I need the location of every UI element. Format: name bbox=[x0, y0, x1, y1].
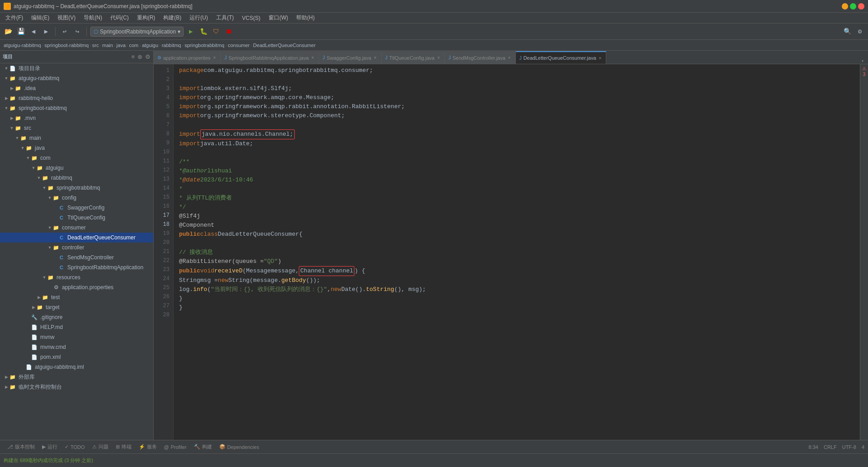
tab-close-button[interactable]: × bbox=[598, 56, 603, 61]
tree-item-resources[interactable]: ▼📁resources bbox=[0, 272, 153, 282]
editor-tab-ttlqueueconfigjava[interactable]: JTtlQueueConfig.java× bbox=[382, 51, 445, 64]
menu-item-f[interactable]: 文件(F) bbox=[2, 13, 27, 23]
status-tab-[interactable]: ⚠问题 bbox=[89, 440, 112, 453]
tree-item-[interactable]: ▶📁外部库 bbox=[0, 372, 153, 382]
tree-item-pomxml[interactable]: 📄pom.xml bbox=[0, 352, 153, 362]
tree-item-java[interactable]: ▼📁java bbox=[0, 143, 153, 153]
breadcrumb-item-springbotrabbitmq[interactable]: springbotrabbitmq bbox=[184, 43, 224, 48]
tree-item-consumer[interactable]: ▼📁consumer bbox=[0, 223, 153, 233]
tree-item-[interactable]: ▶📁临时文件和控制台 bbox=[0, 382, 153, 392]
breadcrumb-item-deadletterqueueconsumer[interactable]: DeadLetterQueueConsumer bbox=[253, 43, 316, 48]
breadcrumb-item-src[interactable]: src bbox=[92, 43, 99, 48]
tab-close-button[interactable]: × bbox=[373, 55, 377, 60]
debug-button[interactable]: 🐛 bbox=[198, 26, 209, 37]
tree-item-rabbitmq[interactable]: ▼📁rabbitmq bbox=[0, 173, 153, 183]
editor-tab-deadletterqueueconsumerjava[interactable]: JDeadLetterQueueConsumer.java× bbox=[516, 51, 607, 64]
menu-item-r[interactable]: 重构(R) bbox=[133, 13, 159, 23]
breadcrumb-item-consumer[interactable]: consumer bbox=[228, 43, 250, 48]
toolbar-forward-button[interactable]: ▶ bbox=[41, 26, 52, 37]
breadcrumb-item-atguigu[interactable]: atguigu bbox=[142, 43, 158, 48]
tree-item-atguigurabbitmq[interactable]: ▼📁atguigu-rabbitmq bbox=[0, 73, 153, 83]
tab-close-button[interactable]: × bbox=[311, 55, 315, 60]
tree-item-sendmsgcontroller[interactable]: CSendMsgController bbox=[0, 253, 153, 262]
status-tab-[interactable]: ⊞终端 bbox=[112, 440, 135, 453]
status-tab-[interactable]: ⚡服务 bbox=[135, 440, 160, 453]
run-with-coverage-button[interactable]: 🛡 bbox=[211, 26, 222, 37]
menu-item-b[interactable]: 构建(B) bbox=[160, 13, 185, 23]
tree-item-gitignore[interactable]: 🔧.gitignore bbox=[0, 312, 153, 322]
stop-button[interactable]: ⏹ bbox=[223, 26, 234, 37]
close-button[interactable] bbox=[858, 3, 864, 10]
breadcrumb-item-java[interactable]: java bbox=[117, 43, 126, 48]
breadcrumb-item-atguigurabbitmq[interactable]: atguigu-rabbitmq bbox=[4, 43, 41, 48]
sidebar-sort-button[interactable]: ≡ bbox=[131, 53, 135, 60]
status-tab-[interactable]: ▶运行 bbox=[38, 440, 61, 453]
tree-item-mvnw[interactable]: 📄mvnw bbox=[0, 332, 153, 342]
breadcrumb-item-rabbitmq[interactable]: rabbitmq bbox=[162, 43, 181, 48]
menu-item-vcss[interactable]: VCS(S) bbox=[238, 14, 264, 22]
tree-item-src[interactable]: ▼📁src bbox=[0, 123, 153, 133]
tree-item-test[interactable]: ▶📁test bbox=[0, 292, 153, 302]
tab-close-button[interactable]: × bbox=[436, 55, 441, 60]
editor-tab-sendmsgcontrollerjava[interactable]: JSendMsgController.java× bbox=[445, 51, 516, 64]
sidebar-gear-button[interactable]: ⚙ bbox=[145, 53, 151, 60]
tree-item-rabbitmqhello[interactable]: ▶📁rabbitmq-hello bbox=[0, 93, 153, 103]
menu-item-v[interactable]: 视图(V) bbox=[54, 13, 79, 23]
tree-item-springbootrabbitmqapplication[interactable]: CSpringbootRabbitmqApplication bbox=[0, 262, 153, 272]
line-separator[interactable]: CRLF bbox=[824, 444, 837, 450]
toolbar-redo-button[interactable]: ↪ bbox=[72, 26, 83, 37]
tree-item-idea[interactable]: ▶📁.idea bbox=[0, 83, 153, 93]
tree-item-deadletterqueueconsumer[interactable]: CDeadLetterQueueConsumer bbox=[0, 233, 153, 243]
tree-item-mvn[interactable]: ▶📁.mvn bbox=[0, 113, 153, 123]
tab-close-button[interactable]: × bbox=[507, 55, 512, 60]
tree-item-swaggerconfig[interactable]: CSwaggerConfig bbox=[0, 203, 153, 213]
tab-close-button[interactable]: × bbox=[212, 55, 217, 60]
settings-button[interactable]: ⚙ bbox=[854, 26, 865, 37]
sidebar-expand-button[interactable]: ⊕ bbox=[137, 53, 142, 60]
editor-tab-springbootrabbitmqapplicationjava[interactable]: JSpringbootRabbitmqApplication.java× bbox=[221, 51, 319, 64]
tree-item-applicationproperties[interactable]: ⚙application.properties bbox=[0, 282, 153, 292]
menu-item-u[interactable]: 运行(U) bbox=[186, 13, 212, 23]
menu-item-w[interactable]: 窗口(W) bbox=[265, 13, 292, 23]
toolbar-save-button[interactable]: 💾 bbox=[15, 26, 26, 37]
breadcrumb-item-springbootrabbitmq[interactable]: springboot-rabbitmq bbox=[44, 43, 89, 48]
breadcrumb-item-main[interactable]: main bbox=[102, 43, 113, 48]
search-button[interactable]: 🔍 bbox=[842, 26, 853, 37]
tree-item-ttlqueueconfig[interactable]: CTtlQueueConfig bbox=[0, 213, 153, 223]
status-tab-[interactable]: ⎇版本控制 bbox=[4, 440, 38, 453]
minimize-button[interactable] bbox=[842, 3, 848, 10]
tree-item-mvnwcmd[interactable]: 📄mvnw.cmd bbox=[0, 342, 153, 352]
cursor-position[interactable]: 8:34 bbox=[809, 444, 818, 450]
tree-item-config[interactable]: ▼📁config bbox=[0, 193, 153, 203]
tabs-more-button[interactable]: ▾ bbox=[857, 58, 868, 64]
tree-item-atguigu[interactable]: ▼📁atguigu bbox=[0, 163, 153, 173]
menu-item-c[interactable]: 代码(C) bbox=[107, 13, 132, 23]
editor-tab-applicationproperties[interactable]: ⚙application.properties× bbox=[154, 51, 221, 64]
encoding[interactable]: UTF-8 bbox=[842, 444, 856, 450]
tree-item-com[interactable]: ▼📁com bbox=[0, 153, 153, 163]
status-tab-todo[interactable]: ✓TODO bbox=[61, 440, 89, 453]
status-tab-[interactable]: 🔨构建 bbox=[190, 440, 216, 453]
tree-item-controller[interactable]: ▼📁controller bbox=[0, 243, 153, 253]
menu-item-t[interactable]: 工具(T) bbox=[212, 13, 237, 23]
tree-item-springbootrabbitmq[interactable]: ▼📁springboot-rabbitmq bbox=[0, 103, 153, 113]
menu-item-h[interactable]: 帮助(H) bbox=[292, 13, 318, 23]
breadcrumb-item-com[interactable]: com bbox=[129, 43, 138, 48]
toolbar-undo-button[interactable]: ↩ bbox=[59, 26, 70, 37]
tree-item-main[interactable]: ▼📁main bbox=[0, 133, 153, 143]
run-button[interactable]: ▶ bbox=[185, 26, 196, 37]
maximize-button[interactable] bbox=[850, 3, 856, 10]
indent-size[interactable]: 4 bbox=[862, 444, 864, 450]
menu-item-n[interactable]: 导航(N) bbox=[80, 13, 106, 23]
tree-item-target[interactable]: ▶📁target bbox=[0, 302, 153, 312]
editor-tab-swaggerconfigjava[interactable]: JSwaggerConfig.java× bbox=[319, 51, 382, 64]
toolbar-back-button[interactable]: ◀ bbox=[28, 26, 39, 37]
tree-item-helpmd[interactable]: 📄HELP.md bbox=[0, 322, 153, 332]
tree-item-atguigurabbitmqiml[interactable]: 📄atguigu-rabbitmq.iml bbox=[0, 362, 153, 372]
tree-item-[interactable]: ▼📄项目目录 bbox=[0, 63, 153, 73]
code-area[interactable]: package com.atguigu.rabbitmq.springbotra… bbox=[174, 64, 860, 440]
menu-item-e[interactable]: 编辑(E) bbox=[28, 13, 53, 23]
status-tab-profiler[interactable]: @Profiler bbox=[160, 440, 190, 453]
run-config-dropdown[interactable]: ⬡ SpringbootRabbitmqApplication ▾ bbox=[90, 27, 184, 37]
tree-item-springbotrabbitmq[interactable]: ▼📁springbotrabbitmq bbox=[0, 183, 153, 193]
